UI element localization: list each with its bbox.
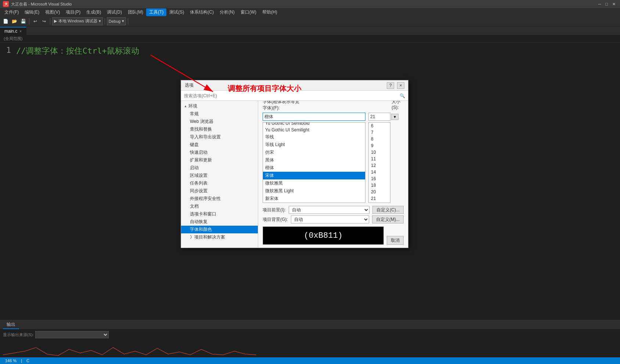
dialog-content: 显示其设置(T): 文本编辑器 使用默认值(U) 字体(粗体表示等宽字体)(F)… — [258, 101, 408, 248]
foreground-label: 项目前景(I): — [263, 207, 286, 213]
nav-item-5[interactable]: 快速启动 — [181, 149, 258, 156]
dialog-help-btn[interactable]: ? — [387, 82, 394, 89]
font-list-item-20[interactable]: Yu Gothic UI Semilight — [263, 127, 365, 133]
font-name-input[interactable] — [263, 113, 365, 121]
font-list-item-29[interactable]: 新宋体 — [263, 195, 365, 203]
font-list-item-23[interactable]: 仿宋 — [263, 149, 365, 156]
font-list-item-27[interactable]: 微软雅黑 — [263, 179, 365, 187]
font-preview-box: (0xB811) — [263, 226, 384, 245]
dialog-close-btn[interactable]: × — [397, 82, 404, 89]
size-list-item-2[interactable]: 8 — [369, 136, 390, 142]
font-size-input[interactable] — [368, 113, 390, 121]
font-lists-row: Sitka TextSitka Text SemiboldSketchFlow … — [263, 122, 404, 203]
background-row: 项目背景(G): 自动 自定义(M)... — [263, 215, 404, 223]
size-list-item-12[interactable]: 22 — [369, 202, 390, 203]
nav-item-14[interactable]: 自动恢复 — [181, 218, 258, 226]
nav-item-4[interactable]: 键盘 — [181, 141, 258, 149]
nav-item-6[interactable]: 扩展和更新 — [181, 156, 258, 164]
nav-item-10[interactable]: 同步设置 — [181, 187, 258, 195]
size-list[interactable]: 6789101112141618202122242628364872 — [368, 122, 390, 203]
foreground-select[interactable]: 自动 — [289, 206, 370, 214]
customize-background-btn[interactable]: 自定义(M)... — [372, 215, 404, 223]
size-list-item-4[interactable]: 10 — [369, 149, 390, 156]
cancel-btn[interactable]: 取消 — [387, 236, 404, 245]
background-select[interactable]: 自动 — [291, 215, 369, 223]
font-col-label: 字体(粗体表示等宽字体)(F): — [263, 101, 303, 111]
nav-item-1[interactable]: Web 浏览器 — [181, 118, 258, 125]
font-section: 字体(粗体表示等宽字体)(F): 大小(S): ▼ Sitka TextSitk — [263, 101, 404, 245]
size-list-item-6[interactable]: 12 — [369, 162, 390, 169]
font-list-item-28[interactable]: 微软雅黑 Light — [263, 187, 365, 195]
nav-section-label: 环境 — [188, 103, 197, 109]
size-col-label: 大小(S): — [392, 101, 404, 111]
size-list-item-5[interactable]: 11 — [369, 156, 390, 162]
nav-item-8[interactable]: 区域设置 — [181, 172, 258, 179]
nav-item-13[interactable]: 选项卡和窗口 — [181, 210, 258, 218]
font-list[interactable]: Sitka TextSitka Text SemiboldSketchFlow … — [263, 122, 365, 203]
dialog-nav: ▲ 环境 常规Web 浏览器查找和替换导入和导出设置键盘快速启动扩展和更新启动区… — [181, 101, 258, 248]
nav-triangle-icon: ▲ — [184, 105, 187, 108]
nav-item-12[interactable]: 文档 — [181, 203, 258, 210]
size-list-item-9[interactable]: 18 — [369, 182, 390, 189]
nav-item-9[interactable]: 任务列表 — [181, 179, 258, 187]
size-list-item-3[interactable]: 9 — [369, 142, 390, 149]
size-list-item-11[interactable]: 21 — [369, 195, 390, 202]
font-list-item-25[interactable]: 楷体 — [263, 164, 365, 172]
nav-items: 常规Web 浏览器查找和替换导入和导出设置键盘快速启动扩展和更新启动区域设置任务… — [181, 110, 258, 241]
foreground-row: 项目前景(I): 自动 自定义(C)... — [263, 206, 404, 214]
search-icon: 🔍 — [400, 93, 405, 98]
font-list-item-24[interactable]: 黑体 — [263, 156, 365, 164]
size-list-item-0[interactable]: 6 — [369, 123, 390, 129]
nav-item-2[interactable]: 查找和替换 — [181, 125, 258, 133]
dialog-overlay: 选项 ? × 🔍 ▲ 环境 常规Web 浏览器查找和替换导入和导出设置键盘快速启… — [0, 0, 620, 364]
dialog-body: ▲ 环境 常规Web 浏览器查找和替换导入和导出设置键盘快速启动扩展和更新启动区… — [181, 101, 408, 248]
nav-item-7[interactable]: 启动 — [181, 164, 258, 172]
nav-item-16[interactable]: 》项目和解决方案 — [181, 233, 258, 241]
nav-section-env[interactable]: ▲ 环境 — [181, 102, 258, 110]
background-label: 项目背景(G): — [263, 216, 288, 223]
preview-text: (0xB811) — [304, 231, 343, 240]
dialog-search-input[interactable] — [184, 93, 398, 98]
nav-item-3[interactable]: 导入和导出设置 — [181, 133, 258, 141]
size-list-item-10[interactable]: 20 — [369, 189, 390, 195]
preview-row: (0xB811) 取消 — [263, 226, 404, 245]
font-list-item-21[interactable]: 等线 — [263, 133, 365, 141]
customize-foreground-btn[interactable]: 自定义(C)... — [372, 206, 404, 214]
size-list-item-1[interactable]: 7 — [369, 129, 390, 136]
size-dropdown-arrow[interactable]: ▼ — [391, 114, 399, 120]
nav-item-11[interactable]: 外接程序安全性 — [181, 195, 258, 203]
red-annotation-title: 调整所有项目字体大小 — [228, 84, 301, 94]
font-list-item-26[interactable]: 宋体 — [263, 172, 365, 179]
font-section-header: 字体(粗体表示等宽字体)(F): 大小(S): — [263, 101, 404, 111]
options-dialog: 选项 ? × 🔍 ▲ 环境 常规Web 浏览器查找和替换导入和导出设置键盘快速启… — [181, 80, 408, 248]
nav-item-15[interactable]: 字体和颜色 — [181, 226, 258, 233]
font-list-item-22[interactable]: 等线 Light — [263, 141, 365, 149]
size-list-item-7[interactable]: 14 — [369, 169, 390, 175]
size-list-item-8[interactable]: 16 — [369, 175, 390, 182]
font-input-row: ▼ — [263, 113, 404, 121]
font-list-item-19[interactable]: Yu Gothic UI Semibold — [263, 122, 365, 127]
nav-item-0[interactable]: 常规 — [181, 110, 258, 118]
